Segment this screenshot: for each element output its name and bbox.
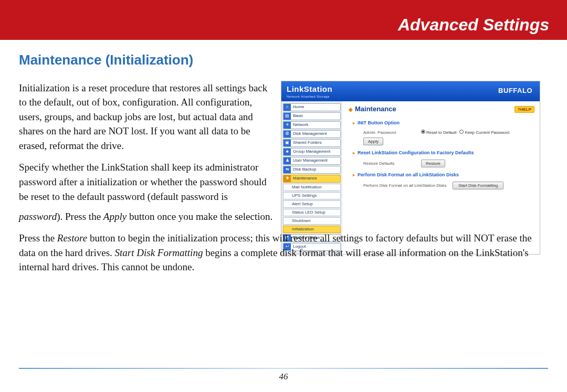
panel-title: ◆Maintenance — [349, 104, 396, 114]
page-number: 46 — [0, 370, 567, 384]
restore-defaults-label: Restore Defaults — [363, 161, 421, 167]
format-label: Perform Disk Format on all LinkStation D… — [363, 183, 453, 189]
group-icon: ♣ — [284, 149, 291, 155]
home-icon: ⌂ — [284, 104, 291, 111]
nav-maintenance[interactable]: ✚Maintenance — [283, 175, 341, 183]
disk-icon: ⦿ — [284, 131, 291, 137]
help-button[interactable]: ?HELP — [514, 106, 534, 113]
user-icon: ♟ — [284, 157, 291, 164]
section-init-option: INIT Button Option — [353, 120, 534, 126]
admin-password-label: Admin. Password — [363, 130, 421, 136]
network-icon: ✳ — [284, 122, 291, 129]
nav-led[interactable]: Status LED Setup — [283, 209, 341, 216]
nav-shared[interactable]: ▣Shared Folders — [283, 139, 341, 147]
nav-network[interactable]: ✳Network — [283, 121, 341, 129]
nav-user[interactable]: ♟User Management — [283, 157, 341, 165]
header-band: Advanced Settings — [0, 9, 567, 40]
nav-disk[interactable]: ⦿Disk Management — [283, 130, 341, 138]
maker-logo: BUFFALO — [498, 86, 532, 96]
nav-backup[interactable]: ⇆Disk Backup — [283, 166, 341, 174]
radio-keep[interactable]: Keep Current Password — [459, 130, 509, 136]
doc-icon: ▤ — [284, 113, 291, 120]
start-format-button[interactable]: Start Disk Formatting — [453, 182, 503, 189]
folder-icon: ▣ — [284, 140, 291, 146]
section-disk-format: Perform Disk Format on all LinkStation D… — [353, 172, 534, 178]
footer-rule — [19, 368, 548, 369]
brand-logo: LinkStation Network Attached Storage — [287, 83, 332, 99]
backup-icon: ⇆ — [284, 166, 291, 173]
nav-basic[interactable]: ▤Basic — [283, 112, 341, 120]
linkstation-screenshot: LinkStation Network Attached Storage BUF… — [281, 81, 540, 255]
section-title: Maintenance (Initialization) — [19, 50, 548, 70]
nav-group[interactable]: ♣Group Management — [283, 148, 341, 156]
para-2: Specify whether the LinkStation shall ke… — [19, 160, 268, 204]
nav-shutdown[interactable]: Shutdown — [283, 217, 341, 225]
nav-home[interactable]: ⌂Home — [283, 103, 341, 111]
section-reset-config: Reset LinkStation Configuration to Facto… — [353, 150, 534, 156]
para-1: Initialization is a reset procedure that… — [19, 81, 268, 153]
page-header: Advanced Settings — [398, 13, 549, 37]
radio-reset[interactable]: Reset to Default — [421, 130, 456, 136]
restore-button[interactable]: Restore — [421, 160, 445, 167]
apply-button[interactable]: Apply — [363, 137, 383, 145]
para-3: Press the Restore button to begin the in… — [19, 231, 548, 274]
nav-alert[interactable]: Alert Setup — [283, 200, 341, 208]
wrench-icon: ✚ — [284, 175, 291, 182]
nav-ups[interactable]: UPS Settings — [283, 192, 341, 199]
nav-mail[interactable]: Mail Notification — [283, 184, 341, 191]
